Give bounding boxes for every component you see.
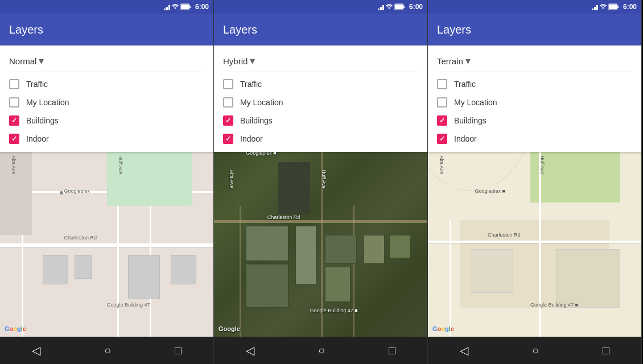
map-type-label-normal: Normal [9, 56, 36, 66]
svg-rect-11 [395, 5, 403, 9]
checkbox-mylocation-hybrid[interactable] [223, 97, 233, 107]
google-logo-terrain: Google [432, 325, 454, 332]
layer-indoor-label-terrain: Indoor [454, 134, 477, 143]
nav-bar-terrain: ◁ ○ □ [428, 337, 641, 364]
nav-bar-normal: ◁ ○ □ [0, 337, 213, 364]
checkbox-indoor-normal[interactable] [9, 134, 19, 144]
wifi-icon-hybrid [386, 3, 393, 10]
dropdown-arrow-normal: ▾ [39, 55, 44, 67]
app-bar-normal: Layers [0, 14, 213, 46]
layer-traffic-hybrid[interactable]: Traffic [223, 76, 418, 93]
svg-marker-13 [594, 7, 596, 10]
map-type-dropdown-normal[interactable]: Normal ▾ [9, 55, 44, 67]
layer-traffic-label-normal: Traffic [26, 80, 48, 89]
status-icons [163, 3, 191, 10]
back-button-normal[interactable]: ◁ [18, 339, 54, 362]
battery-icon [180, 3, 191, 10]
app-title-terrain: Layers [437, 23, 471, 36]
home-button-normal[interactable]: ○ [90, 340, 125, 362]
panel-terrain: 6:00 Layers Googleplex ■ CharlestonP [428, 0, 642, 364]
time-terrain: 6:00 [623, 3, 637, 11]
dropdown-arrow-hybrid: ▾ [250, 55, 255, 67]
layer-traffic-label-hybrid: Traffic [240, 80, 262, 89]
app-title-normal: Layers [9, 23, 43, 36]
layer-buildings-label-hybrid: Buildings [240, 116, 273, 125]
map-type-dropdown-hybrid[interactable]: Hybrid ▾ [223, 55, 255, 67]
layer-buildings-label-normal: Buildings [26, 116, 59, 125]
checkbox-traffic-normal[interactable] [9, 79, 19, 89]
checkbox-buildings-normal[interactable] [9, 115, 19, 126]
back-button-terrain[interactable]: ◁ [446, 339, 482, 362]
layer-traffic-normal[interactable]: Traffic [9, 76, 204, 93]
layer-buildings-normal[interactable]: Buildings [9, 112, 204, 129]
map-type-label-hybrid: Hybrid [223, 56, 248, 66]
checkbox-traffic-terrain[interactable] [437, 79, 447, 89]
app-title-hybrid: Layers [223, 23, 257, 36]
time-normal: 6:00 [195, 3, 209, 11]
recent-button-normal[interactable]: □ [161, 340, 195, 362]
checkbox-mylocation-normal[interactable] [9, 97, 19, 107]
checkbox-indoor-hybrid[interactable] [223, 134, 233, 144]
svg-rect-4 [189, 6, 191, 8]
svg-marker-8 [382, 5, 384, 10]
svg-marker-7 [380, 7, 382, 10]
layer-mylocation-label-normal: My Location [26, 98, 69, 107]
map-type-selector-normal[interactable]: Normal ▾ [9, 50, 204, 72]
layer-traffic-label-terrain: Traffic [454, 80, 476, 89]
recent-button-hybrid[interactable]: □ [375, 340, 409, 362]
svg-rect-17 [609, 5, 617, 9]
layer-mylocation-terrain[interactable]: My Location [437, 94, 632, 111]
layers-panel-normal: Normal ▾ Traffic My Location Buildings I… [0, 46, 213, 152]
wifi-icon [172, 3, 179, 10]
home-button-hybrid[interactable]: ○ [304, 340, 339, 362]
signal-icon [163, 3, 170, 10]
svg-marker-12 [592, 9, 593, 10]
signal-icon-terrain [591, 3, 598, 10]
recent-button-terrain[interactable]: □ [589, 340, 623, 362]
svg-rect-16 [617, 6, 619, 8]
panel-hybrid: 6:00 Layers [214, 0, 428, 364]
layer-mylocation-label-hybrid: My Location [240, 98, 283, 107]
google-logo-hybrid: Google [219, 325, 240, 332]
layer-indoor-normal[interactable]: Indoor [9, 130, 204, 147]
svg-marker-1 [166, 7, 168, 10]
google-logo-normal: Google [5, 325, 26, 332]
svg-marker-2 [168, 5, 170, 10]
layer-mylocation-label-terrain: My Location [454, 98, 497, 107]
status-bar-hybrid: 6:00 [214, 0, 427, 14]
status-icons-hybrid [377, 3, 405, 10]
battery-icon-terrain [608, 3, 619, 10]
svg-marker-6 [378, 9, 380, 10]
app-bar-terrain: Layers [428, 14, 641, 46]
layer-mylocation-normal[interactable]: My Location [9, 94, 204, 111]
dropdown-arrow-terrain: ▾ [465, 55, 471, 67]
battery-icon-hybrid [394, 3, 405, 10]
layer-buildings-label-terrain: Buildings [454, 116, 487, 125]
home-button-terrain[interactable]: ○ [518, 340, 553, 362]
layer-indoor-label-hybrid: Indoor [240, 134, 263, 143]
layer-mylocation-hybrid[interactable]: My Location [223, 94, 418, 111]
layers-panel-hybrid: Hybrid ▾ Traffic My Location Buildings I… [214, 46, 427, 152]
wifi-icon-terrain [600, 3, 607, 10]
status-bar-terrain: 6:00 [428, 0, 641, 14]
svg-rect-5 [181, 5, 189, 9]
checkbox-buildings-terrain[interactable] [437, 115, 447, 126]
layer-indoor-terrain[interactable]: Indoor [437, 130, 632, 147]
svg-marker-14 [596, 5, 598, 10]
back-button-hybrid[interactable]: ◁ [232, 339, 268, 362]
checkbox-mylocation-terrain[interactable] [437, 97, 447, 107]
panel-normal: 6:00 Layers Charleston Rd Huff Ave [0, 0, 214, 364]
map-type-dropdown-terrain[interactable]: Terrain ▾ [437, 55, 471, 67]
layer-indoor-label-normal: Indoor [26, 134, 49, 143]
checkbox-indoor-terrain[interactable] [437, 134, 447, 144]
layer-buildings-hybrid[interactable]: Buildings [223, 112, 418, 129]
map-type-selector-terrain[interactable]: Terrain ▾ [437, 50, 632, 72]
layer-traffic-terrain[interactable]: Traffic [437, 76, 632, 93]
layer-buildings-terrain[interactable]: Buildings [437, 112, 632, 129]
layers-panel-terrain: Terrain ▾ Traffic My Location Buildings … [428, 46, 641, 152]
map-type-selector-hybrid[interactable]: Hybrid ▾ [223, 50, 418, 72]
checkbox-buildings-hybrid[interactable] [223, 115, 233, 126]
checkbox-traffic-hybrid[interactable] [223, 79, 233, 89]
signal-icon-hybrid [377, 3, 384, 10]
layer-indoor-hybrid[interactable]: Indoor [223, 130, 418, 147]
